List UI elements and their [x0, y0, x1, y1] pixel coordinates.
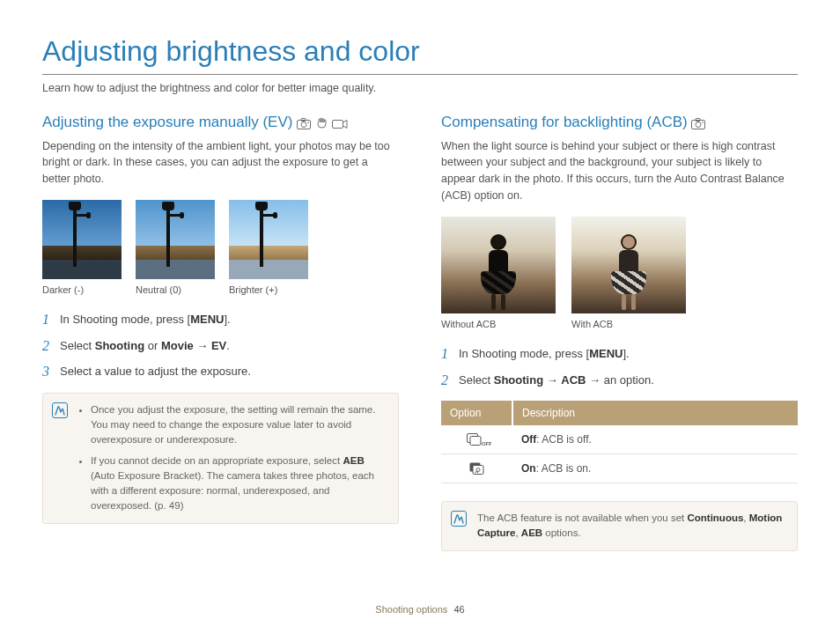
page-number: 46	[453, 604, 464, 615]
ev-note-item-1: Once you adjust the exposure, the settin…	[91, 402, 387, 448]
svg-point-8	[703, 122, 704, 123]
svg-point-2	[301, 122, 306, 127]
menu-label: MENU	[190, 313, 224, 326]
ev-caption-neutral: Neutral (0)	[136, 283, 215, 298]
ev-caption-darker: Darker (-)	[42, 283, 122, 298]
acb-examples: Without ACB With ACB	[441, 217, 798, 332]
svg-text:OFF: OFF	[482, 441, 491, 446]
section-acb: Compensating for backlighting (ACB) When…	[441, 113, 798, 551]
ev-steps: In Shooting mode, press [MENU]. Select S…	[42, 311, 399, 380]
note-icon	[451, 511, 467, 527]
acb-off-icon: OFF	[467, 433, 491, 446]
page-footer: Shooting options 46	[0, 602, 840, 617]
ev-note-item-2: If you cannot decide on an appropriate e…	[91, 453, 387, 514]
heading-acb-text: Compensating for backlighting (ACB)	[441, 114, 688, 130]
video-icon	[332, 119, 348, 129]
ev-step-1: In Shooting mode, press [MENU].	[42, 311, 399, 328]
ev-body: Depending on the intensity of the ambien…	[42, 138, 399, 188]
section-exposure: Adjusting the exposure manually (EV) Dep…	[42, 113, 399, 551]
row-on-desc: On: ACB is on.	[512, 454, 798, 483]
table-row: On: ACB is on.	[441, 454, 798, 483]
acb-step-2: Select Shooting → ACB → an option.	[441, 372, 798, 389]
ev-example-neutral: Neutral (0)	[136, 200, 215, 298]
page-title: Adjusting brightness and color	[42, 30, 798, 72]
heading-ev-text: Adjusting the exposure manually (EV)	[42, 114, 292, 130]
acb-options-table: Option Description OFF Off: ACB is off.	[441, 401, 798, 483]
title-rule	[42, 74, 798, 75]
svg-rect-4	[332, 120, 343, 128]
heading-acb: Compensating for backlighting (ACB)	[441, 113, 798, 133]
ev-step-2: Select Shooting or Movie → EV.	[42, 337, 399, 355]
camera-icon	[297, 118, 311, 129]
acb-example-with: With ACB	[571, 217, 686, 332]
acb-note: The ACB feature is not available when yo…	[441, 501, 798, 551]
menu-label: MENU	[589, 347, 623, 360]
ev-example-darker: Darker (-)	[42, 200, 122, 298]
table-row: OFF Off: ACB is off.	[441, 425, 798, 454]
acb-steps: In Shooting mode, press [MENU]. Select S…	[441, 345, 798, 388]
svg-point-3	[307, 122, 309, 123]
acb-caption-without: Without ACB	[441, 317, 556, 332]
acb-step-1: In Shooting mode, press [MENU].	[441, 345, 798, 363]
th-option: Option	[441, 401, 512, 425]
page-subtitle: Learn how to adjust the brightness and c…	[42, 80, 798, 97]
row-off-desc: Off: ACB is off.	[512, 425, 798, 454]
hand-icon	[315, 117, 328, 129]
svg-point-7	[696, 122, 701, 127]
acb-body: When the light source is behind your sub…	[441, 138, 798, 204]
th-description: Description	[512, 401, 798, 425]
ev-examples: Darker (-) Neutral (0)	[42, 200, 399, 298]
acb-caption-with: With ACB	[571, 317, 686, 332]
footer-section: Shooting options	[375, 604, 447, 615]
svg-rect-10	[470, 437, 481, 446]
acb-example-without: Without ACB	[441, 217, 556, 332]
ev-caption-brighter: Brighter (+)	[229, 283, 308, 298]
note-icon	[52, 402, 68, 418]
acb-on-icon	[469, 462, 489, 475]
camera-icon	[691, 118, 705, 129]
ev-step-3: Select a value to adjust the exposure.	[42, 363, 399, 380]
ev-note: Once you adjust the exposure, the settin…	[42, 393, 399, 524]
heading-ev: Adjusting the exposure manually (EV)	[42, 113, 399, 133]
ev-example-brighter: Brighter (+)	[229, 200, 308, 298]
